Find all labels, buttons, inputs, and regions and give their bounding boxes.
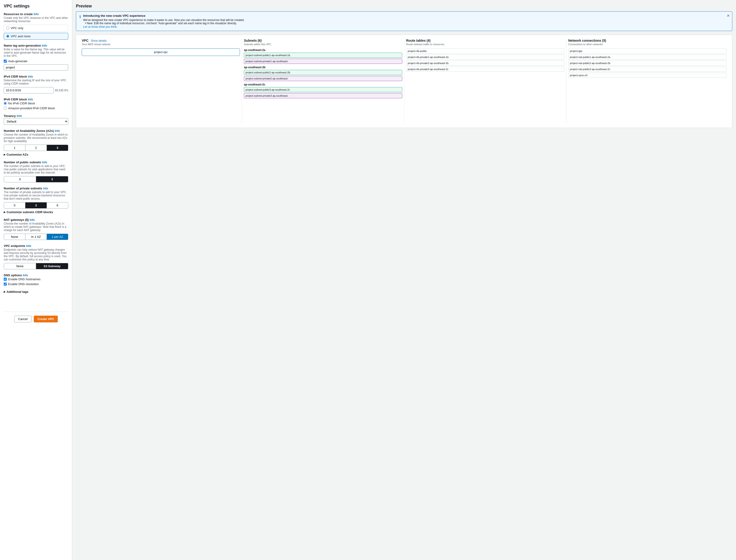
private-subnets-btn-6[interactable]: 6 (47, 202, 68, 208)
public-subnets-btn-0[interactable]: 0 (4, 176, 36, 182)
az-btn-2[interactable]: 2 (25, 145, 47, 151)
no-ipv6-option[interactable]: No IPv6 CIDR block (4, 102, 68, 105)
az-section: Number of Availability Zones (AZs) Info … (4, 129, 68, 156)
diag-az-2c-label: ap-southeast-2c (244, 83, 402, 86)
additional-tags-arrow: ▶ (4, 290, 6, 293)
diag-subnet-priv1: project-subnet-private1-ap-southeast- (244, 59, 402, 64)
resources-info-link[interactable]: Info (34, 13, 39, 16)
diag-subnet-priv2: project-subnet-private2-ap-southeast- (244, 76, 402, 81)
vpc-only-radio[interactable] (6, 27, 9, 30)
ipv6-info-link[interactable]: Info (28, 98, 33, 101)
diag-rt-3: project-rtb-private3-ap-southeast-2c (406, 67, 564, 72)
vpc-only-option[interactable]: VPC only (4, 25, 68, 31)
nat-btn-1az[interactable]: In 1 AZ (25, 234, 47, 240)
diag-subnet-pub2: project-subnet-public2-ap-southeast-2b (244, 70, 402, 75)
public-subnets-info-link[interactable]: Info (42, 161, 47, 164)
private-subnets-btn-3[interactable]: 3 (25, 202, 47, 208)
dns-resolution-check[interactable]: Enable DNS resolution (4, 282, 68, 286)
diag-rt-2: project-rtb-private2-ap-southeast-2b (406, 61, 564, 66)
ipv4-info-link[interactable]: Info (28, 75, 33, 78)
public-subnets-btn-3[interactable]: 3 (36, 176, 68, 182)
diag-vpc-title: VPC (82, 39, 89, 42)
close-icon[interactable]: ✕ (727, 14, 730, 18)
ipv4-section: IPv4 CIDR block Info Determine the start… (4, 75, 68, 93)
name-tag-info-link[interactable]: Info (42, 44, 47, 47)
private-subnets-label: Number of private subnets (4, 187, 42, 190)
dns-hostnames-label: Enable DNS hostnames (8, 277, 41, 281)
public-subnets-desc: The number of public subnets to add to y… (4, 164, 68, 174)
ipv4-input[interactable] (4, 87, 54, 93)
private-subnets-btn-0[interactable]: 0 (4, 202, 25, 208)
endpoints-btn-none[interactable]: None (4, 263, 36, 269)
tenancy-info-link[interactable]: Info (17, 114, 22, 118)
diag-rt-title: Route tables (4) (406, 39, 564, 42)
az-label: Number of Availability Zones (AZs) (4, 129, 54, 133)
dns-resolution-label: Enable DNS resolution (8, 282, 39, 286)
diag-vpc-sub: Your AWS virtual network (82, 43, 240, 46)
diag-rt-1: project-rtb-private1-ap-southeast-2a (406, 55, 564, 60)
no-ipv6-radio[interactable] (4, 102, 7, 105)
customize-subnets-label: Customize subnets CIDR blocks (7, 210, 53, 214)
customize-azs-expand[interactable]: ▶ Customize AZs (4, 153, 68, 156)
endpoints-btn-s3[interactable]: S3 Gateway (36, 263, 68, 269)
info-banner-desc: We've designed the new create VPC experi… (83, 18, 244, 25)
dns-info-link[interactable]: Info (23, 274, 28, 277)
show-details-link[interactable]: Show details (91, 39, 107, 42)
info-banner-link[interactable]: Let us know what you think. (83, 25, 117, 28)
ipv4-desc: Determine the starting IP and the size o… (4, 79, 68, 85)
customize-subnets-expand[interactable]: ▶ Customize subnets CIDR blocks (4, 210, 68, 214)
vpc-and-more-radio[interactable] (6, 35, 9, 38)
private-subnets-control: 0 3 6 (4, 202, 68, 208)
diag-subnet-pub1: project-subnet-public1-ap-southeast-2a (244, 53, 402, 58)
vpc-and-more-option[interactable]: VPC and more (4, 33, 68, 40)
diag-nc-0: project-igw (568, 48, 726, 54)
endpoints-desc: Endpoints can help reduce NAT gateway ch… (4, 248, 68, 261)
tenancy-select[interactable]: Default (4, 118, 68, 125)
ipv6-label: IPv6 CIDR block (4, 98, 27, 101)
auto-generate-checkbox[interactable] (4, 60, 7, 63)
diag-rt-sub: Route network traffic to resources (406, 43, 564, 46)
nat-btn-1peraz[interactable]: 1 per AZ (47, 234, 68, 240)
public-subnets-control: 0 3 (4, 176, 68, 182)
info-icon: ℹ (79, 14, 81, 28)
az-btn-1[interactable]: 1 (4, 145, 25, 151)
az-segmented-control: 1 2 3 (4, 145, 68, 151)
tenancy-section: Tenancy Info Default (4, 114, 68, 125)
cancel-button[interactable]: Cancel (14, 316, 31, 322)
diag-vpc-box: project-vpc (82, 48, 240, 56)
create-vpc-button[interactable]: Create VPC (34, 316, 58, 322)
nat-control: None In 1 AZ 1 per AZ (4, 234, 68, 240)
auto-generate-check[interactable]: Auto-generate (4, 59, 68, 63)
dns-resolution-checkbox[interactable] (4, 283, 7, 286)
endpoints-label: VPC endpoints (4, 244, 25, 248)
dns-label: DNS options (4, 273, 22, 277)
info-banner-title: Introducing the new create VPC experienc… (83, 14, 244, 17)
dns-hostnames-check[interactable]: Enable DNS hostnames (4, 277, 68, 281)
nat-info-link[interactable]: Info (30, 218, 35, 222)
nat-desc: Choose the number of Availability Zones … (4, 222, 68, 232)
diag-nc-column: Network connections (5) Connections to o… (566, 39, 728, 124)
diag-subnets-title: Subnets (6) (244, 39, 402, 42)
diag-nc-3: project-nat-public3-ap-southeast-2c (568, 67, 726, 72)
az-desc: Choose the number of Availability Zones … (4, 133, 68, 143)
private-subnets-info-link[interactable]: Info (43, 187, 48, 190)
left-panel: VPC settings Resources to create Info Cr… (0, 0, 72, 560)
additional-tags-expand[interactable]: ▶ Additional tags (4, 290, 68, 294)
amazon-ipv6-radio[interactable] (4, 107, 7, 110)
name-tag-label: Name tag auto-generation (4, 44, 41, 47)
name-tag-input[interactable]: project (4, 64, 68, 71)
az-info-link[interactable]: Info (55, 129, 60, 133)
amazon-ipv6-option[interactable]: Amazon-provided IPv6 CIDR block (4, 106, 68, 110)
diag-nc-4: project-vpce-s3 (568, 73, 726, 78)
nat-btn-none[interactable]: None (4, 234, 25, 240)
az-btn-3[interactable]: 3 (47, 145, 68, 151)
customize-azs-arrow: ▶ (4, 153, 6, 156)
diag-az-2b-label: ap-southeast-2b (244, 66, 402, 69)
public-subnets-label: Number of public subnets (4, 160, 41, 164)
diag-subnets-column: Subnets (6) Subnets within this VPC ap-s… (242, 39, 404, 124)
dns-section: DNS options Info Enable DNS hostnames En… (4, 273, 68, 286)
dns-hostnames-checkbox[interactable] (4, 278, 7, 281)
ipv4-suffix: 65,536 IPs (55, 89, 68, 92)
endpoints-info-link[interactable]: Info (26, 244, 31, 248)
diag-nc-1: project-nat-public1-ap-southeast-2a (568, 55, 726, 60)
